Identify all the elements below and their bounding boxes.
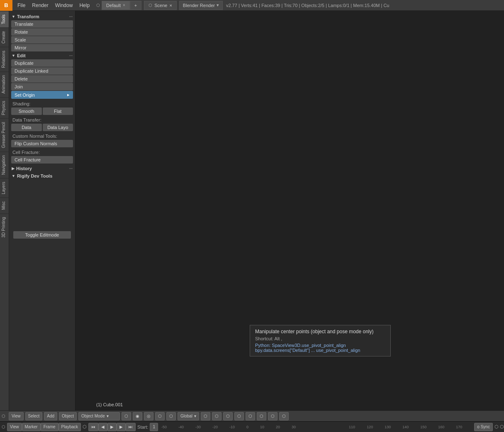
extra-icon-btn[interactable]: ⬡ xyxy=(279,412,289,420)
viewport-icon: ⬡ xyxy=(2,414,5,418)
workspace-tab-default[interactable]: Default × xyxy=(102,1,130,10)
sidebar-item-grease-pencil[interactable]: Grease Pencil xyxy=(0,118,9,151)
sidebar-item-3d-printing[interactable]: 3D Printing xyxy=(0,213,9,241)
play-next-button[interactable]: ⏭ xyxy=(126,423,136,431)
workspace-tab-add[interactable]: + xyxy=(130,1,141,10)
history-section-header: ▶ History ··· xyxy=(9,165,75,172)
object-label: (1) Cube.001 xyxy=(96,402,123,407)
translate-button[interactable]: Translate xyxy=(11,20,73,28)
timeline-marker-button[interactable]: Marker xyxy=(22,423,41,431)
toggle-editmode-button[interactable]: Toggle Editmode xyxy=(13,231,71,239)
shading-label: Shading: xyxy=(9,100,75,107)
mirror-button[interactable]: Mirror xyxy=(11,44,73,51)
sidebar-item-relations[interactable]: Relations xyxy=(0,47,9,71)
viewport-icon-btn5[interactable]: ⬡ xyxy=(166,412,176,420)
workspace-tab-label: Default xyxy=(106,3,121,8)
viewport-grid: X Z Y xyxy=(75,11,200,73)
viewport-icon-btn2[interactable]: ◉ xyxy=(133,412,142,420)
rotate-button[interactable]: Rotate xyxy=(11,28,73,36)
scale-button[interactable]: Scale xyxy=(11,36,73,44)
select-menu-button[interactable]: Select xyxy=(25,412,43,420)
smooth-button[interactable]: Smooth xyxy=(11,107,42,115)
global-selector[interactable]: Global ▾ xyxy=(178,412,199,420)
timeline-icon: ⬡ xyxy=(2,425,5,429)
viewport-icon-btn4[interactable]: ⬡ xyxy=(155,412,165,420)
prev-frame-button[interactable]: ◀ xyxy=(98,423,107,431)
duplicate-linked-button[interactable]: Duplicate Linked xyxy=(11,67,73,75)
rigify-section-header: ▼ Rigify Dev Tools xyxy=(9,173,75,179)
sync-button[interactable]: o Sync xyxy=(474,423,493,431)
tooltip-python2: bpy.data.screens["Default"] ... use_pivo… xyxy=(255,348,385,353)
flip-custom-normals-button[interactable]: Flip Custom Normals xyxy=(11,140,73,147)
timeline-view-button[interactable]: View xyxy=(7,423,22,431)
data-transfer-row: Data Data Layo xyxy=(11,124,73,131)
menu-file[interactable]: File xyxy=(14,0,29,10)
toggle-editmode-section: Toggle Editmode xyxy=(9,229,75,241)
view-menu-button[interactable]: View xyxy=(9,412,24,420)
clock-icon: ⬡ xyxy=(83,424,87,430)
next-frame-button[interactable]: ▶ xyxy=(117,423,126,431)
sidebar-item-tools[interactable]: Tools xyxy=(0,11,9,27)
history-label: History xyxy=(16,166,32,171)
play-button[interactable]: ▶ xyxy=(107,423,117,431)
menu-render[interactable]: Render xyxy=(29,0,51,10)
info-bar: v2.77 | Verts:41 | Faces:39 | Tris:70 | … xyxy=(226,3,390,8)
transform-icon-btn[interactable]: ⬡ xyxy=(234,412,244,420)
sidebar-item-layers[interactable]: Layers xyxy=(0,178,9,198)
rigify-arrow-icon: ▼ xyxy=(12,174,15,178)
manipulate-icon-btn[interactable]: ⬡ xyxy=(246,412,255,420)
add-menu-button[interactable]: Add xyxy=(44,412,57,420)
render-engine-selector[interactable]: Blender Render ▾ xyxy=(179,1,223,10)
join-button[interactable]: Join xyxy=(11,83,73,90)
bottom-toolbar: ⬡ View Select Add Object Object Mode ▾ ⬡… xyxy=(0,410,504,421)
menu-help[interactable]: Help xyxy=(76,0,93,10)
menu-window[interactable]: Window xyxy=(52,0,76,10)
transform-label: Transform xyxy=(17,14,39,19)
set-origin-label: Set Origin xyxy=(15,93,35,98)
viewport-3d[interactable]: User Persp xyxy=(75,11,504,410)
sidebar-item-physics[interactable]: Physics xyxy=(0,97,9,118)
start-label: Start: xyxy=(137,425,148,430)
data-button[interactable]: Data xyxy=(11,124,42,131)
workspace-close-icon[interactable]: × xyxy=(123,3,125,7)
shading-row: Smooth Flat xyxy=(11,107,73,115)
render-icon-btn[interactable]: ⬡ xyxy=(268,412,278,420)
flat-button[interactable]: Flat xyxy=(43,107,73,115)
data-layo-button[interactable]: Data Layo xyxy=(43,124,73,131)
timeline-frame-button[interactable]: Frame xyxy=(41,423,58,431)
scene-tab[interactable]: ⬡ Scene × xyxy=(144,1,177,10)
mode-selector[interactable]: Object Mode ▾ xyxy=(78,412,120,420)
svg-rect-0 xyxy=(75,11,200,73)
sidebar-item-navigation[interactable]: Navigation xyxy=(0,151,9,178)
sidebar-item-animation[interactable]: Animation xyxy=(0,71,9,97)
delete-button[interactable]: Delete xyxy=(11,75,73,83)
scene-close-icon[interactable]: × xyxy=(169,3,172,8)
viewport-icon-btn1[interactable]: ⬡ xyxy=(122,412,131,420)
edit-label: Edit xyxy=(17,53,26,58)
game-icon-btn[interactable]: ⬡ xyxy=(257,412,266,420)
cell-fracture-label: Cell Fracture: xyxy=(9,149,75,156)
proportional-icon-btn[interactable]: ⬡ xyxy=(223,412,233,420)
left-panel: ▼ Transform ··· Translate Rotate Scale M… xyxy=(9,11,75,410)
pivot-icon-btn[interactable]: ⬡ xyxy=(201,412,210,420)
sidebar-item-misc[interactable]: Misc xyxy=(0,198,9,213)
timeline-playback-button[interactable]: Playback xyxy=(58,423,81,431)
top-menu-bar: B File Render Window Help ⬡ Default × + … xyxy=(0,0,504,11)
sidebar-item-create[interactable]: Create xyxy=(0,27,9,47)
render-engine-label: Blender Render xyxy=(183,3,215,8)
set-origin-dropdown[interactable]: Set Origin ▸ xyxy=(11,91,73,99)
viewport-icon-btn3[interactable]: ◎ xyxy=(144,412,153,420)
duplicate-button[interactable]: Duplicate xyxy=(11,59,73,67)
timeline-ticks: -50 -40 -30 -20 -10 0 10 20 30 110 120 1… xyxy=(158,425,474,429)
data-transfer-label: Data Transfer: xyxy=(9,117,75,123)
tooltip-shortcut: Shortcut: Alt , xyxy=(255,336,385,341)
middle-row: Tools Create Relations Animation Physics… xyxy=(0,11,504,410)
object-menu-button[interactable]: Object xyxy=(59,412,77,420)
transform-section-header: ▼ Transform ··· xyxy=(9,13,75,20)
play-prev-button[interactable]: ⏮ xyxy=(88,423,98,431)
start-value[interactable]: 1 xyxy=(150,423,158,431)
snap-icon-btn[interactable]: ⬡ xyxy=(212,412,222,420)
cell-fracture-button[interactable]: Cell Fracture xyxy=(11,156,73,164)
mode-label: Object Mode xyxy=(81,414,105,418)
timeline-bar: ⬡ View Marker Frame Playback ⬡ ⏮ ◀ ▶ ▶ ⏭… xyxy=(0,421,504,432)
